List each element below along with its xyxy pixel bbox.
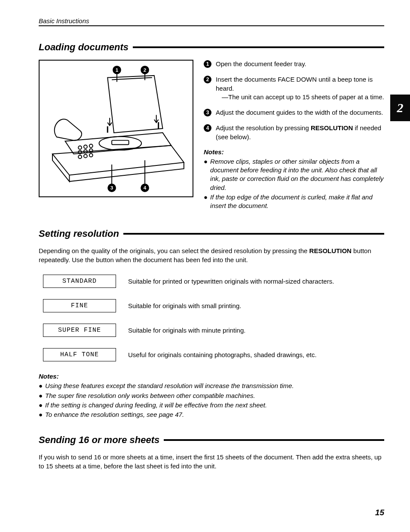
step-number-icon: 4	[204, 124, 211, 132]
fax-machine-illustration: 1 2 3 4	[44, 65, 188, 192]
resolution-option-box: FINE	[43, 299, 116, 312]
note-text: If the setting is changed during feeding…	[45, 401, 267, 410]
note-item: ●To enhance the resolution settings, see…	[39, 410, 384, 419]
step-number-icon: 1	[204, 60, 211, 68]
resolution-option-box: HALF TONE	[43, 348, 116, 361]
note-text: The super fine resolution only works bet…	[45, 391, 255, 400]
step-text: Adjust the resolution by pressing RESOLU…	[216, 124, 384, 141]
step-number-icon: 2	[204, 76, 211, 83]
t-bold: RESOLUTION	[311, 124, 353, 131]
notes-heading: Notes:	[39, 373, 384, 380]
section-title-text: Sending 16 or more sheets	[39, 434, 159, 446]
step-number-icon: 3	[204, 109, 211, 116]
step-text: Insert the documents FACE DOWN until a b…	[216, 75, 384, 101]
resolution-desc: Suitable for originals with small printi…	[128, 302, 384, 309]
step-sub: —The unit can accept up to 15 sheets of …	[222, 93, 384, 101]
svg-text:4: 4	[144, 185, 147, 191]
note-item: ●Using these features except the standar…	[39, 382, 384, 390]
step-text: Open the document feeder tray.	[216, 60, 384, 68]
section-title-sending: Sending 16 or more sheets	[39, 434, 384, 446]
svg-point-7	[84, 154, 87, 158]
svg-point-1	[84, 145, 87, 148]
resolution-row: STANDARD Suitable for printed or typewri…	[39, 275, 384, 288]
note-item: ●Remove clips, staples or other similar …	[204, 157, 384, 192]
section-title-loading: Loading documents	[39, 42, 384, 53]
step-main: Insert the documents FACE DOWN until a b…	[216, 76, 373, 92]
t: Adjust the resolution by pressing	[216, 124, 311, 131]
resolution-option-box: STANDARD	[43, 275, 116, 288]
svg-text:3: 3	[110, 185, 113, 191]
resolution-option-box: SUPER FINE	[43, 324, 116, 337]
note-text: To enhance the resolution settings, see …	[45, 410, 184, 419]
step-3: 3 Adjust the document guides to the widt…	[204, 108, 384, 117]
note-item: ●If the setting is changed during feedin…	[39, 401, 384, 410]
note-item: ●If the top edge of the document is curl…	[204, 193, 384, 211]
resolution-desc: Suitable for originals with minute print…	[128, 327, 384, 334]
svg-point-6	[78, 155, 82, 159]
svg-text:2: 2	[144, 67, 147, 73]
svg-point-5	[89, 149, 93, 152]
loading-steps: 1 Open the document feeder tray. 2 Inser…	[204, 60, 384, 211]
resolution-intro: Depending on the quality of the original…	[39, 246, 384, 264]
svg-point-2	[89, 144, 93, 148]
svg-point-0	[78, 146, 82, 149]
svg-point-8	[89, 153, 93, 157]
sending-body: If you wish to send 16 or more sheets at…	[39, 453, 384, 471]
title-rule	[133, 46, 384, 48]
section-title-resolution: Setting resolution	[39, 228, 384, 239]
step-1: 1 Open the document feeder tray.	[204, 60, 384, 68]
step-4: 4 Adjust the resolution by pressing RESO…	[204, 124, 384, 141]
t-bold: RESOLUTION	[309, 247, 352, 254]
fax-diagram: 1 2 3 4	[39, 60, 193, 197]
note-text: If the top edge of the document is curle…	[210, 193, 384, 211]
section-title-text: Loading documents	[39, 42, 129, 53]
t: Depending on the quality of the original…	[39, 247, 309, 254]
svg-rect-10	[112, 141, 129, 145]
step-2: 2 Insert the documents FACE DOWN until a…	[204, 75, 384, 101]
title-rule	[164, 439, 384, 441]
notes-heading: Notes:	[204, 148, 384, 156]
page-number: 15	[375, 508, 384, 517]
note-text: Remove clips, staples or other similar o…	[210, 157, 384, 192]
step-text: Adjust the document guides to the width …	[216, 108, 384, 117]
note-item: ●The super fine resolution only works be…	[39, 391, 384, 400]
resolution-row: FINE Suitable for originals with small p…	[39, 299, 384, 312]
chapter-tab: 2	[390, 95, 410, 121]
title-rule	[123, 233, 384, 235]
svg-point-9	[99, 137, 142, 150]
resolution-row: SUPER FINE Suitable for originals with m…	[39, 324, 384, 337]
resolution-desc: Useful for originals containing photogra…	[128, 351, 384, 358]
resolution-desc: Suitable for printed or typewritten orig…	[128, 278, 384, 285]
resolution-row: HALF TONE Useful for originals containin…	[39, 348, 384, 361]
running-header: Basic Instructions	[39, 17, 384, 26]
section-title-text: Setting resolution	[39, 228, 119, 239]
svg-text:1: 1	[116, 67, 119, 73]
note-text: Using these features except the standard…	[45, 382, 294, 390]
